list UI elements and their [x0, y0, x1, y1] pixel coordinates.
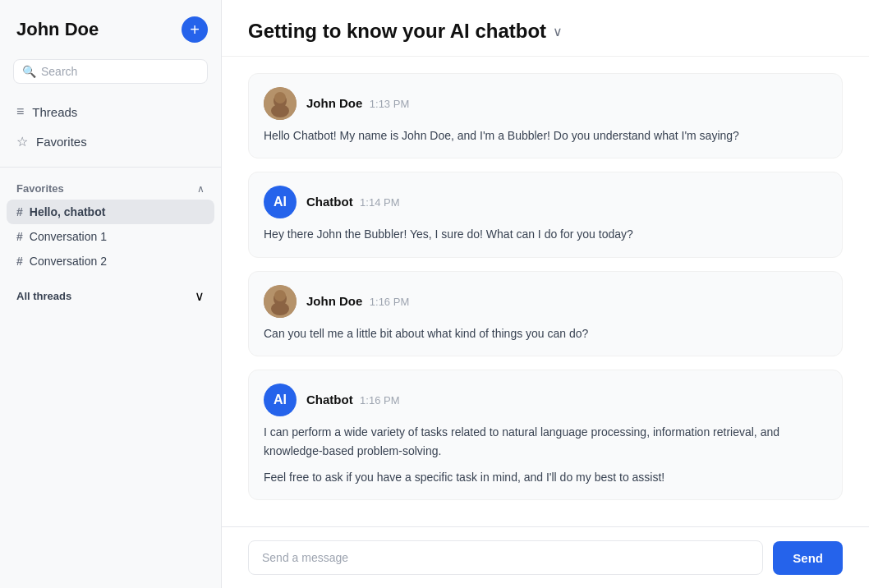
svg-point-7 [271, 302, 289, 315]
chat-title-chevron-icon[interactable]: ∨ [553, 24, 563, 39]
favorites-item-conversation-1[interactable]: # Conversation 1 [7, 224, 214, 249]
main-chat-area: Getting to know your AI chatbot ∨ John D… [222, 0, 869, 588]
avatar: AI [264, 384, 297, 416]
avatar: AI [264, 186, 297, 218]
add-button[interactable]: + [182, 16, 208, 43]
message-body: Hey there John the Bubbler! Yes, I sure … [264, 225, 827, 243]
svg-point-3 [271, 104, 289, 117]
all-threads-header[interactable]: All threads ∨ [0, 280, 221, 309]
chat-title: Getting to know your AI chatbot [248, 20, 546, 43]
avatar [264, 285, 297, 318]
nav-threads-label: Threads [32, 105, 77, 119]
sender-name: Chatbot [306, 195, 353, 209]
favorites-section: Favorites ∧ # Hello, chatbot # Conversat… [0, 174, 221, 273]
sender-name: John Doe [306, 294, 362, 308]
svg-point-2 [274, 92, 286, 103]
message-header: John Doe 1:16 PM [264, 285, 827, 318]
favorites-item-conversation-2[interactable]: # Conversation 2 [7, 249, 214, 273]
hash-icon: # [16, 255, 23, 268]
message-body: Hello Chatbot! My name is John Doe, and … [264, 126, 827, 145]
message-body: I can perform a wide variety of tasks re… [264, 423, 827, 486]
favorites-header[interactable]: Favorites ∧ [7, 174, 214, 200]
nav-item-threads[interactable]: ≡ Threads [7, 97, 214, 126]
favorites-item-label: Hello, chatbot [30, 205, 106, 218]
threads-icon: ≡ [16, 104, 24, 119]
favorites-item-label: Conversation 1 [30, 230, 107, 243]
hash-icon: # [16, 205, 23, 218]
search-container: 🔍 [0, 56, 221, 94]
favorites-item-hello-chatbot[interactable]: # Hello, chatbot [7, 200, 214, 224]
sender-name: Chatbot [306, 393, 353, 407]
divider [0, 167, 221, 168]
message-header: John Doe 1:13 PM [264, 87, 827, 120]
svg-point-6 [274, 290, 286, 301]
search-input[interactable] [41, 65, 199, 78]
nav-favorites-label: Favorites [36, 135, 87, 149]
avatar [264, 87, 297, 120]
favorites-section-title: Favorites [16, 182, 64, 195]
message-body: Can you tell me a little bit about what … [264, 324, 827, 342]
message-card: John Doe 1:16 PM Can you tell me a littl… [248, 271, 843, 356]
favorites-icon: ☆ [16, 134, 28, 149]
favorites-item-label: Conversation 2 [30, 255, 107, 268]
sidebar: John Doe + 🔍 ≡ Threads ☆ Favorites Favor… [0, 0, 222, 588]
search-icon: 🔍 [22, 65, 36, 78]
message-input[interactable] [248, 540, 763, 575]
sender-name: John Doe [306, 96, 362, 110]
message-card: John Doe 1:13 PM Hello Chatbot! My name … [248, 73, 843, 158]
user-name: John Doe [16, 19, 99, 40]
message-time: 1:13 PM [370, 98, 409, 110]
send-button[interactable]: Send [773, 541, 843, 575]
all-threads-chevron-icon: ∨ [195, 288, 205, 304]
message-time: 1:16 PM [360, 394, 399, 407]
message-card: AI Chatbot 1:14 PM Hey there John the Bu… [248, 172, 843, 257]
nav-items: ≡ Threads ☆ Favorites [0, 94, 221, 160]
search-wrapper: 🔍 [13, 59, 208, 84]
nav-item-favorites[interactable]: ☆ Favorites [7, 126, 214, 157]
message-card: AI Chatbot 1:16 PM I can perform a wide … [248, 370, 843, 500]
chat-header: Getting to know your AI chatbot ∨ [222, 0, 869, 57]
message-header: AI Chatbot 1:14 PM [264, 186, 827, 218]
messages-container: John Doe 1:13 PM Hello Chatbot! My name … [222, 57, 869, 526]
sidebar-header: John Doe + [0, 0, 221, 56]
message-time: 1:14 PM [360, 196, 399, 209]
input-area: Send [222, 526, 869, 588]
all-threads-title: All threads [16, 290, 71, 302]
message-time: 1:16 PM [370, 296, 409, 308]
message-header: AI Chatbot 1:16 PM [264, 384, 827, 416]
hash-icon: # [16, 230, 23, 243]
favorites-chevron-icon: ∧ [197, 183, 205, 195]
